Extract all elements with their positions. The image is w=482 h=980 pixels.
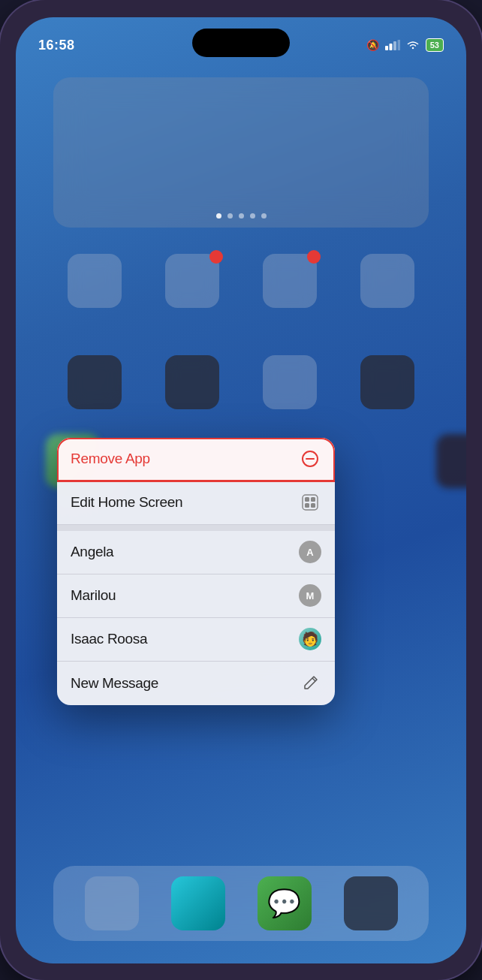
- context-menu: Remove App Edit Home Screen: [57, 438, 335, 705]
- marilou-item[interactable]: Marilou M: [57, 574, 335, 618]
- remove-app-item[interactable]: Remove App: [57, 438, 335, 481]
- widget-dot-4: [250, 213, 255, 219]
- svg-rect-0: [385, 46, 388, 50]
- dock-icon-2[interactable]: [171, 876, 225, 930]
- isaac-roosa-label: Isaac Roosa: [71, 631, 147, 647]
- phone-device: 16:58 🔕 53: [0, 0, 482, 980]
- svg-rect-1: [389, 44, 392, 50]
- dock-icon-4[interactable]: [344, 876, 398, 930]
- angela-avatar: A: [299, 541, 321, 563]
- svg-rect-6: [303, 495, 318, 510]
- app-icon-1[interactable]: [68, 254, 122, 308]
- svg-rect-10: [311, 503, 315, 508]
- app-icon-6[interactable]: [165, 355, 219, 409]
- marilou-label: Marilou: [71, 587, 116, 604]
- status-time: 16:58: [38, 38, 75, 53]
- dock-icon-1[interactable]: [85, 876, 139, 930]
- angela-item[interactable]: Angela A: [57, 531, 335, 574]
- badge-2: [307, 250, 321, 264]
- badge-1: [209, 250, 223, 264]
- signal-bars-icon: [385, 40, 400, 50]
- messages-bubble-icon: 💬: [267, 888, 301, 919]
- isaac-roosa-item[interactable]: Isaac Roosa 🧑: [57, 618, 335, 662]
- app-icon-5[interactable]: [68, 355, 122, 409]
- bg-app-dark-red: [436, 434, 466, 488]
- svg-rect-8: [311, 497, 315, 502]
- dynamic-island: [192, 29, 290, 57]
- edit-home-screen-label: Edit Home Screen: [71, 494, 182, 511]
- svg-line-11: [312, 678, 315, 681]
- messages-app-icon[interactable]: 💬: [258, 876, 312, 930]
- status-icons: 🔕 53: [366, 38, 444, 52]
- widget-dot-1: [216, 213, 221, 219]
- isaac-roosa-avatar: 🧑: [299, 628, 321, 650]
- widget-area: [53, 77, 429, 228]
- dock: 💬: [53, 866, 429, 941]
- new-message-label: New Message: [71, 675, 158, 692]
- app-icon-3[interactable]: [263, 254, 317, 308]
- edit-home-screen-item[interactable]: Edit Home Screen: [57, 481, 335, 525]
- app-icon-2[interactable]: [165, 254, 219, 308]
- menu-separator: [57, 525, 335, 531]
- mute-icon: 🔕: [366, 39, 379, 51]
- app-icon-8[interactable]: [360, 355, 414, 409]
- svg-rect-3: [397, 40, 400, 50]
- wifi-icon: [406, 40, 420, 50]
- app-icon-4[interactable]: [360, 254, 414, 308]
- app-row-1: [16, 254, 466, 308]
- new-message-item[interactable]: New Message: [57, 662, 335, 705]
- widget-dot-3: [239, 213, 244, 219]
- remove-app-icon: [299, 448, 321, 470]
- widget-dots: [53, 213, 429, 219]
- remove-app-label: Remove App: [71, 451, 150, 467]
- battery-level: 53: [426, 38, 444, 52]
- widget-dot-5: [261, 213, 267, 219]
- app-icon-7[interactable]: [263, 355, 317, 409]
- marilou-avatar: M: [299, 584, 321, 607]
- edit-home-screen-icon: [299, 491, 321, 514]
- widget-dot-2: [227, 213, 233, 219]
- svg-rect-7: [305, 497, 309, 502]
- svg-rect-2: [393, 41, 396, 50]
- angela-label: Angela: [71, 544, 113, 560]
- phone-screen: 16:58 🔕 53: [16, 17, 466, 963]
- app-row-2: [16, 355, 466, 409]
- svg-rect-9: [305, 503, 309, 508]
- new-message-icon: [299, 672, 321, 695]
